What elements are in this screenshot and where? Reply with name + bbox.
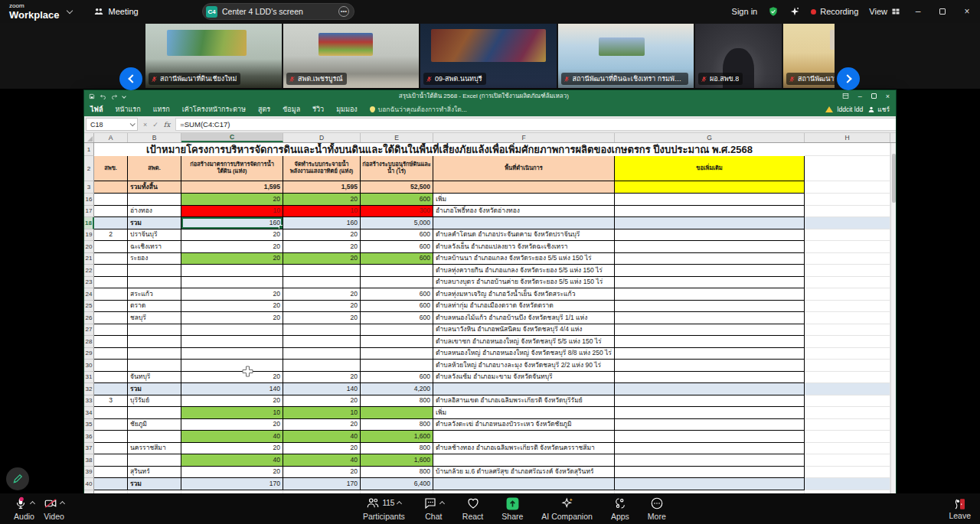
row-header[interactable]: 24 [84,288,94,301]
cell[interactable] [94,253,128,265]
ribbon-tab[interactable]: เค้าโครงหน้ากระดาษ [176,102,252,116]
cell[interactable] [128,454,181,467]
cell[interactable] [94,467,128,479]
header-cell[interactable]: สพข. [94,156,128,181]
chevron-down-icon[interactable] [66,8,72,14]
redo-icon[interactable] [111,93,118,99]
cell[interactable]: 160 [181,217,283,229]
cell[interactable]: 600 [361,288,433,301]
cell[interactable]: 20 [283,372,361,384]
cell[interactable]: 600 [361,194,433,206]
cell[interactable] [283,324,361,337]
cell[interactable] [433,431,615,443]
cell[interactable]: ตำบลทุ่งมหาเจริญ อำเภอวังน้ำเย็น จังหวัด… [433,288,615,301]
cell[interactable]: ตำบลเขาซก อำเภอหนองใหญ่ จังหวัดชลบุรี 5/… [433,336,615,348]
cell[interactable] [805,467,890,479]
header-cell[interactable]: ก่อสร้างระบบอนุรักษ์ดินและน้ำ (ไร่) [361,156,433,181]
participants-options-icon[interactable] [397,501,402,506]
row-header[interactable]: 36 [84,431,94,443]
pill-more-icon[interactable]: ••• [338,6,349,17]
cell[interactable]: 20 [283,253,361,265]
cell[interactable] [94,324,128,337]
audio-options-icon[interactable] [30,501,35,506]
cell[interactable]: รวม [128,383,181,395]
cell[interactable]: อำเภอโพธิ์ทอง จังหวัดอ่างทอง [433,206,615,218]
cell[interactable]: 20 [181,288,283,301]
cell[interactable]: ตำบลห้วยใหญ่ อำเภอบางละมุง จังหวัดชลบุรี… [433,360,615,372]
cell[interactable]: 20 [181,229,283,242]
cell[interactable]: ตำบลทุ่งควายกิน อำเภอแกลง จังหวัดระยอง 5… [433,265,615,277]
ribbon-tab[interactable]: แทรก [147,102,176,116]
cell[interactable] [433,181,615,194]
cell[interactable]: 40 [181,431,283,443]
row-header[interactable]: 16 [84,194,94,206]
cell[interactable] [128,407,181,419]
cell[interactable]: ตำบลช้างทอง อำเภอเฉลิมพระเกียรติ จังหวัด… [433,443,615,455]
row-header[interactable]: 23 [84,277,94,289]
annotate-button[interactable] [6,467,29,490]
cell[interactable]: 20 [181,312,283,324]
row-header[interactable]: 39 [84,467,94,479]
cell[interactable]: 20 [181,395,283,408]
cell[interactable]: 40 [283,454,361,467]
cell[interactable]: 170 [283,478,361,490]
row-header[interactable]: 31 [84,372,94,384]
cell[interactable] [433,217,615,229]
row-header[interactable]: 3 [84,181,94,194]
video-thumbnail[interactable]: สพด.เพชรบูรณ์ [283,24,419,88]
ribbon-tab[interactable]: รีวิว [306,102,330,116]
cell[interactable] [805,372,890,384]
header-cell[interactable]: พื้นที่ดำเนินการ [433,156,615,181]
row-header[interactable]: 2 [84,156,94,181]
cell[interactable]: 600 [361,241,433,253]
cell[interactable] [805,454,890,467]
header-cell[interactable]: ขอเพิ่มเติม [615,156,805,181]
cell[interactable] [805,206,890,218]
row-header[interactable]: 26 [84,312,94,324]
cell[interactable] [615,229,805,242]
shield-check-icon[interactable] [768,6,779,17]
react-button[interactable]: React [458,493,488,524]
row-header[interactable]: 27 [84,324,94,337]
video-thumbnail[interactable]: สถานีพัฒนาที่ดินเชียงใหม่ [145,24,282,88]
cell[interactable] [805,253,890,265]
cell[interactable] [128,336,181,348]
column-header-D[interactable]: D [283,133,361,142]
column-header-E[interactable]: E [361,133,433,142]
vertical-scrollbar[interactable] [890,143,896,496]
cell[interactable] [615,419,805,431]
row-header[interactable]: 40 [84,478,94,490]
cell[interactable]: ตำบลคำโตนด อำเภอประจันตคาม จังหวัดปราจีน… [433,229,615,242]
cell[interactable] [181,277,283,289]
cell[interactable]: ตำบลวังเย็น อำเภอแปลงยาว จังหวัดฉะเชิงเท… [433,241,615,253]
cell[interactable] [361,265,433,277]
row-header[interactable]: 38 [84,454,94,467]
cell[interactable] [615,312,805,324]
cell[interactable] [94,265,128,277]
cell[interactable]: 600 [361,372,433,384]
cell[interactable]: 20 [283,395,361,408]
row-header[interactable]: 20 [84,241,94,253]
cell[interactable] [615,277,805,289]
cell[interactable]: อ่างทอง [128,206,181,218]
cell[interactable] [805,336,890,348]
window-maximize-button[interactable] [936,6,949,17]
cell[interactable]: 52,500 [361,181,433,194]
insert-function-icon[interactable]: fx [164,121,170,129]
ribbon-tab[interactable]: ข้อมูล [276,102,306,116]
cell[interactable] [433,454,615,467]
row-header[interactable]: 30 [84,360,94,372]
cell[interactable] [615,360,805,372]
cell[interactable] [181,360,283,372]
cell[interactable] [94,431,128,443]
ribbon-tab[interactable]: สูตร [252,102,276,116]
formula-input[interactable]: =SUM(C4:C17) [175,118,896,131]
cell[interactable] [94,288,128,301]
row-header[interactable]: 25 [84,301,94,313]
cell[interactable] [94,443,128,455]
account-name[interactable]: lddcit ldd [838,106,864,113]
video-button[interactable]: Video [39,493,69,524]
cell[interactable]: 20 [181,194,283,206]
cell[interactable] [94,419,128,431]
cell[interactable]: รวม [128,217,181,229]
